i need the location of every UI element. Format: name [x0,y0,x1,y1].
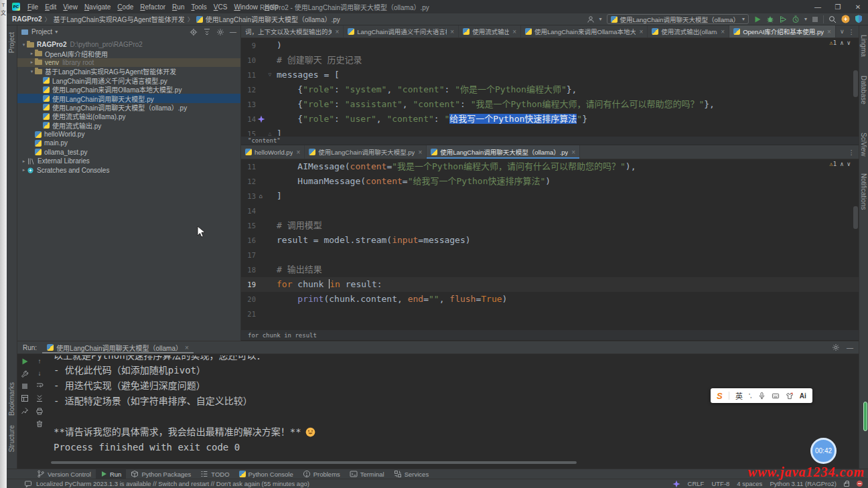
tool-window-button-todo[interactable]: TODO [196,469,234,479]
tree-row[interactable]: 使用LangChain调用聊天大模型.py [17,94,240,102]
soft-wrap-icon[interactable] [35,382,44,390]
hide-panel-icon[interactable]: — [230,28,236,35]
editor-top-split[interactable]: ⚠1 ∧ ∨ 9)10# 创建聊天 历史记录11▽messages = [12 … [241,38,859,136]
user-account-icon[interactable] [587,15,595,23]
editor-breadcrumb-bottom[interactable]: for chunk in result [241,329,859,341]
tree-row[interactable]: ▸OpenAI库介绍和使用 [17,49,240,58]
status-item[interactable]: CRLF [688,480,705,487]
console-horizontal-scrollbar[interactable] [51,461,577,464]
editor-scrollbar-thumb[interactable] [853,206,858,229]
editor-tab[interactable]: 使用流式输出(ollama).py× [648,25,729,37]
status-message[interactable]: Localized PyCharm 2023.1.3 is available … [36,480,309,487]
clear-console-icon[interactable] [35,420,44,428]
close-tab-icon[interactable]: × [296,149,300,156]
menu-code[interactable]: Code [114,3,137,11]
notification-error-icon[interactable] [857,481,863,487]
tree-row[interactable]: 使用LangChain调用聊天大模型（ollama）.py [17,103,240,112]
tree-row[interactable]: ▸Scratches and Consoles [17,165,240,174]
rerun-button-icon[interactable] [21,357,29,365]
keyboard-icon[interactable] [772,392,780,400]
menu-tools[interactable]: Tools [188,3,210,11]
scroll-to-end-icon[interactable] [35,394,44,402]
profiler-button[interactable] [792,15,800,23]
tool-window-button-python-packages[interactable]: Python Packages [126,469,196,479]
maximize-button[interactable]: ❐ [828,3,848,11]
panel-settings-icon[interactable] [216,28,224,36]
tree-row[interactable]: 使用LangChain来调用Ollama本地大模型.py [17,85,240,94]
tool-stripe-sciview[interactable]: SciView [860,133,867,156]
editor-tab[interactable]: 使用LangChain调用聊天大模型.py× [305,145,427,159]
close-icon[interactable]: × [185,344,189,351]
stop-button[interactable] [812,16,818,23]
status-item[interactable]: Python 3.11 (RAGPro2) [770,480,837,487]
status-item[interactable]: 4 spaces [737,480,762,487]
inspections-widget-bottom[interactable]: ⚠1 ∧ ∨ [829,161,851,167]
tool-stripe-bookmarks[interactable]: Bookmarks [8,382,15,416]
menu-navigate[interactable]: Navigate [81,3,114,11]
close-tab-icon[interactable]: × [450,28,454,35]
prev-warning-icon[interactable]: ∧ [840,161,843,167]
close-tab-icon[interactable]: × [639,28,643,35]
microphone-icon[interactable] [758,392,766,400]
minimize-button[interactable]: — [808,3,828,11]
tool-stripe-project[interactable]: Project [8,32,15,53]
inspections-widget-top[interactable]: ⚠1 ∧ ∨ [829,39,851,46]
editor-tab[interactable]: helloWorld.py× [241,145,305,159]
recording-timer-badge[interactable]: 00:42 [810,438,837,464]
tool-stripe-database[interactable]: Database [860,76,867,104]
ime-skin-icon[interactable] [786,392,794,400]
lock-icon[interactable] [844,483,849,487]
tree-row[interactable]: LangChain调用通义千问大语言模型.py [17,76,240,85]
tree-expand-icon[interactable]: ▾ [29,69,35,74]
upgrade-badge-icon[interactable] [841,15,850,23]
debug-button[interactable] [766,15,774,23]
menu-vcs[interactable]: VCS [210,3,231,11]
tool-window-button-terminal[interactable]: Terminal [345,469,389,479]
menu-view[interactable]: View [60,3,81,11]
green-scrollbar-marker[interactable] [863,402,867,431]
editor-tab[interactable]: LangChain调用通义千问大语言模型.py× [344,25,459,37]
menu-file[interactable]: File [24,3,42,11]
tool-stripe-notifications[interactable]: Notifications [860,173,867,210]
print-console-icon[interactable] [35,407,44,415]
ime-toolbar[interactable]: S 英 ’, Ai [711,388,812,403]
close-tab-icon[interactable]: × [827,28,831,35]
breadcrumb-item[interactable]: 基于LangChain实现RAG与Agent智能体开发 [53,14,184,24]
ide-shield-icon[interactable] [855,15,863,23]
tree-row[interactable]: ▾基于LangChain实现RAG与Agent智能体开发 [17,67,240,76]
tool-window-button-services[interactable]: Services [389,469,433,479]
coverage-button[interactable] [779,15,787,23]
up-stack-trace-icon[interactable]: ↑ [38,357,42,365]
tree-row[interactable]: 使用流式输出(ollama).py [17,112,240,120]
close-button[interactable]: ✕ [848,3,868,11]
breadcrumb-item[interactable]: RAGPro2 [12,15,42,23]
editor-bottom-split[interactable]: ⚠1 ∧ ∨ 11 AIMessage(content="我是一个Python编… [241,159,859,329]
breadcrumb-item[interactable]: 使用LangChain调用聊天大模型（ollama）.py [206,14,340,24]
next-warning-icon[interactable]: ∨ [847,161,851,167]
editor-tab[interactable]: 使用LangChain来调用Ollama本地大模型.py× [521,25,648,37]
menu-window[interactable]: Window [230,3,261,11]
status-item[interactable]: UTF-8 [711,480,729,487]
tool-window-button-version-control[interactable]: Version Control [32,469,96,479]
ime-ai-button[interactable]: Ai [800,392,806,400]
notification-balloon-icon[interactable] [24,480,32,488]
tab-options-kebab-icon[interactable]: ⋮ [849,149,855,156]
stop-button-icon[interactable] [21,383,28,390]
locate-file-icon[interactable] [190,28,198,36]
tool-window-button-problems[interactable]: Problems [298,469,345,479]
tree-row[interactable]: main.py [17,139,240,147]
editor-tab[interactable]: 词，上下文以及大模型输出的关系.py× [241,25,344,37]
search-everywhere-icon[interactable] [828,15,837,23]
profiler-dropdown-arrow-icon[interactable]: ▾ [804,16,807,22]
fold-marker-icon[interactable]: ▽ [266,68,274,82]
run-console-output[interactable]: 以上就是Python快速排序算法的实现，您还可以：- 优化此代码（如添加随机pi… [48,354,859,469]
down-stack-trace-icon[interactable]: ↓ [38,370,42,377]
project-view-dropdown-icon[interactable]: ▾ [55,29,58,35]
menu-refactor[interactable]: Refactor [137,3,169,11]
tree-expand-icon[interactable]: ▸ [29,51,35,56]
sogou-logo-icon[interactable]: S [717,391,723,401]
close-tab-icon[interactable]: × [335,28,339,35]
menu-edit[interactable]: Edit [42,3,60,11]
console-settings-icon[interactable] [832,343,840,351]
ai-assistant-status-icon[interactable] [672,480,680,488]
